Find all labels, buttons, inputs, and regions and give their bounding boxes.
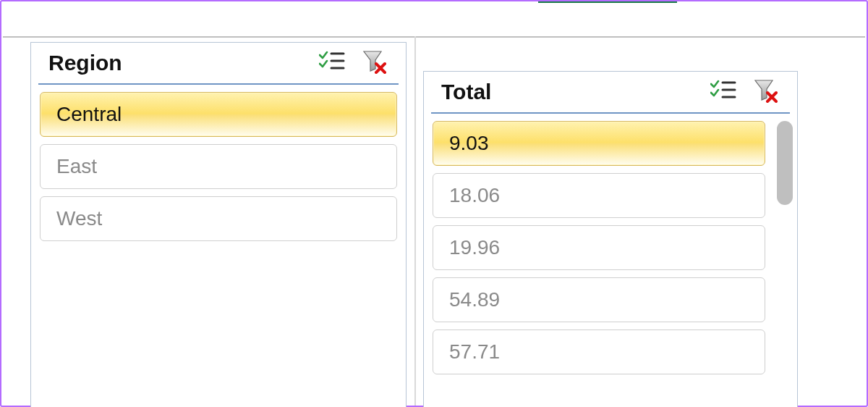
column-divider (416, 1, 417, 36)
slicer-region[interactable]: Region (30, 42, 407, 407)
slicer-item[interactable]: 9.03 (433, 121, 765, 166)
slicer-items-wrap: 9.03 18.06 19.96 54.89 57.71 (424, 114, 797, 374)
slicer-header: Region (38, 43, 399, 85)
slicer-item[interactable]: 54.89 (433, 277, 765, 322)
slicer-header-icons (709, 76, 780, 105)
slicer-items: Central East West (40, 92, 397, 241)
gridline-vertical (414, 36, 416, 406)
clear-filter-icon[interactable] (359, 47, 388, 76)
slicer-item[interactable]: 18.06 (433, 173, 765, 218)
app-frame: Region (0, 0, 868, 407)
slicer-title: Total (441, 78, 709, 103)
slicer-item-east[interactable]: East (40, 144, 397, 189)
slicer-items: 9.03 18.06 19.96 54.89 57.71 (433, 121, 765, 374)
slicer-item-label: 18.06 (449, 184, 500, 207)
slicer-header-icons (318, 47, 388, 76)
slicer-item-label: 9.03 (449, 132, 489, 155)
slicer-item-label: 54.89 (449, 288, 500, 311)
slicer-item[interactable]: 19.96 (433, 225, 765, 270)
multi-select-icon[interactable] (709, 76, 738, 105)
slicer-title: Region (48, 49, 318, 74)
clear-filter-icon[interactable] (751, 76, 780, 105)
slicer-items-wrap: Central East West (31, 85, 406, 241)
slicer-item-label: Central (56, 103, 122, 126)
slicer-item-label: West (56, 207, 102, 230)
slicer-total[interactable]: Total (423, 71, 798, 407)
slicer-item-label: East (56, 155, 97, 178)
slicer-item[interactable]: 57.71 (433, 330, 765, 374)
scrollbar-thumb[interactable] (777, 121, 793, 205)
slicer-item-label: 57.71 (449, 340, 500, 364)
accent-underline (538, 1, 677, 3)
slicer-header: Total (431, 72, 790, 114)
slicer-item-label: 19.96 (449, 236, 500, 259)
slicer-item-west[interactable]: West (40, 196, 397, 241)
multi-select-icon[interactable] (318, 47, 346, 76)
worksheet-top-strip (3, 1, 865, 38)
slicer-item-central[interactable]: Central (40, 92, 397, 137)
